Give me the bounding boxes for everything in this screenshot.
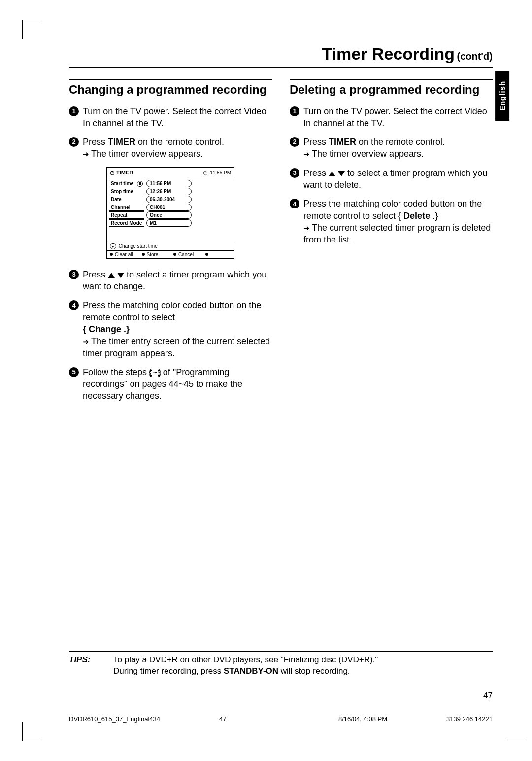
step-text: Follow the steps 4~9 of "Programming rec… <box>83 366 272 402</box>
step-text: Turn on the TV power. Select the correct… <box>83 105 272 130</box>
right-column: Deleting a programmed recording 1 Turn o… <box>290 79 493 409</box>
step-badge-4: 4 <box>69 300 79 310</box>
page-title-suffix: (cont'd) <box>457 51 493 62</box>
step-text: Press TIMER on the remote control. The t… <box>83 136 272 160</box>
timer-foot-store: Store <box>147 252 159 257</box>
color-dot-icon <box>142 253 145 256</box>
clock-icon: ◴ <box>203 170 208 176</box>
timer-keyword: TIMER <box>329 137 356 147</box>
color-dot-icon <box>205 253 208 256</box>
step-text: Press TIMER on the remote control. The t… <box>303 136 493 160</box>
timer-value-channel: CH001 <box>146 204 192 211</box>
text: Press <box>303 168 329 178</box>
timer-label-channel: Channel <box>109 204 144 211</box>
section-rule <box>290 79 493 80</box>
text: Follow the steps <box>83 367 149 377</box>
print-footer: DVDR610_615_37_Engfinal434 47 8/16/04, 4… <box>69 715 493 723</box>
tips-section: TIPS: To play a DVD+R on other DVD playe… <box>69 651 493 677</box>
text: Press <box>83 137 108 147</box>
down-triangle-icon <box>338 171 345 176</box>
text: The timer overview appears. <box>312 149 424 159</box>
arrow-icon <box>303 223 312 233</box>
section-rule <box>69 79 272 80</box>
crop-mark-br <box>507 722 527 741</box>
arrow-icon <box>83 336 91 346</box>
step-text: Press to select a timer program which yo… <box>83 269 272 293</box>
footer-page: 47 <box>219 715 226 723</box>
timer-label-date: Date <box>109 196 144 203</box>
up-triangle-icon <box>329 171 335 176</box>
text: on the remote control. <box>135 137 224 147</box>
step-badge-3: 3 <box>69 270 79 279</box>
up-triangle-icon <box>108 273 115 278</box>
page-number: 47 <box>483 691 493 701</box>
down-triangle-icon <box>117 273 124 278</box>
nav-right-icon: ▸ <box>110 243 116 249</box>
timer-overview-box: ◴ TIMER ◴ 11.55 PM Start time 11:56 PM S… <box>106 167 234 259</box>
clock-icon: ◴ <box>110 170 115 175</box>
timer-label-start-time: Start time <box>109 180 144 187</box>
timer-value-start-time: 11:56 PM <box>146 180 192 187</box>
left-step-5: 5 Follow the steps 4~9 of "Programming r… <box>69 366 272 402</box>
text: on the remote control. <box>356 137 445 147</box>
left-step-1: 1 Turn on the TV power. Select the corre… <box>69 105 272 130</box>
step-badge-1: 1 <box>69 106 79 116</box>
tips-label: TIPS: <box>69 655 99 677</box>
record-icon <box>137 181 143 187</box>
timer-label-repeat: Repeat <box>109 211 144 219</box>
footer-code: 3139 246 14221 <box>446 715 493 723</box>
right-step-4: 4 Press the matching color coded button … <box>290 198 493 245</box>
left-column: Changing a programmed recording 1 Turn o… <box>69 79 272 409</box>
text: The timer entry screen of the current se… <box>83 336 270 358</box>
text: Press the matching color coded button on… <box>303 199 482 220</box>
text: The current selected timer program is de… <box>303 223 491 244</box>
text: .} <box>430 211 438 221</box>
footer-file: DVDR610_615_37_Engfinal434 <box>69 715 160 723</box>
timer-foot-cancel: Cancel <box>178 252 194 257</box>
timer-clock: 11.55 PM <box>210 170 231 175</box>
text: Press the matching color coded button on… <box>83 300 261 322</box>
timer-hint: ▸ Change start time <box>107 242 234 251</box>
timer-footer: Clear all Store Cancel <box>107 251 234 258</box>
right-step-1: 1 Turn on the TV power. Select the corre… <box>290 105 493 130</box>
timer-value-date: 06-30-2004 <box>146 196 192 203</box>
step-badge-2: 2 <box>290 137 299 147</box>
change-option: { Change .} <box>83 324 130 334</box>
right-heading: Deleting a programmed recording <box>290 83 493 97</box>
timer-label-stop-time: Stop time <box>109 188 144 195</box>
timer-hint-text: Change start time <box>119 243 158 249</box>
text: During timer recording, press <box>113 666 224 676</box>
crop-mark-tl <box>22 20 42 39</box>
timer-keyword: TIMER <box>108 137 135 147</box>
step-text: Press to select a timer program which yo… <box>303 167 493 191</box>
text: Press <box>303 137 329 147</box>
footer-datetime: 8/16/04, 4:08 PM <box>338 715 387 723</box>
page-title-row: Timer Recording (cont'd) <box>69 44 493 68</box>
left-heading: Changing a programmed recording <box>69 83 272 97</box>
timer-foot-clear: Clear all <box>115 252 133 257</box>
crop-mark-bl <box>22 722 42 741</box>
standby-on-keyword: STANDBY-ON <box>224 666 278 676</box>
step-text: Turn on the TV power. Select the correct… <box>303 105 493 130</box>
step-badge-2: 2 <box>69 137 79 147</box>
text: will stop recording. <box>278 666 350 676</box>
right-step-3: 3 Press to select a timer program which … <box>290 167 493 191</box>
step-badge-4: 4 <box>290 199 299 208</box>
left-step-3: 3 Press to select a timer program which … <box>69 269 272 293</box>
text: To play a DVD+R on other DVD players, se… <box>113 655 378 664</box>
tips-rule <box>69 651 493 652</box>
step-badge-1: 1 <box>290 106 299 116</box>
page-title: Timer Recording <box>322 44 455 63</box>
delete-option: Delete <box>403 211 430 221</box>
timer-label-record-mode: Record Mode <box>109 219 144 227</box>
text: Press <box>83 270 108 279</box>
left-step-2: 2 Press TIMER on the remote control. The… <box>69 136 272 160</box>
text: ~ <box>152 367 158 377</box>
text: The timer overview appears. <box>91 149 203 159</box>
timer-value-stop-time: 12:26 PM <box>146 188 192 195</box>
right-step-2: 2 Press TIMER on the remote control. The… <box>290 136 493 160</box>
step-badge-3: 3 <box>290 168 299 178</box>
page-content: Timer Recording (cont'd) English Changin… <box>69 44 493 409</box>
arrow-icon <box>303 149 312 159</box>
timer-header: ◴ TIMER ◴ 11.55 PM <box>107 168 234 178</box>
